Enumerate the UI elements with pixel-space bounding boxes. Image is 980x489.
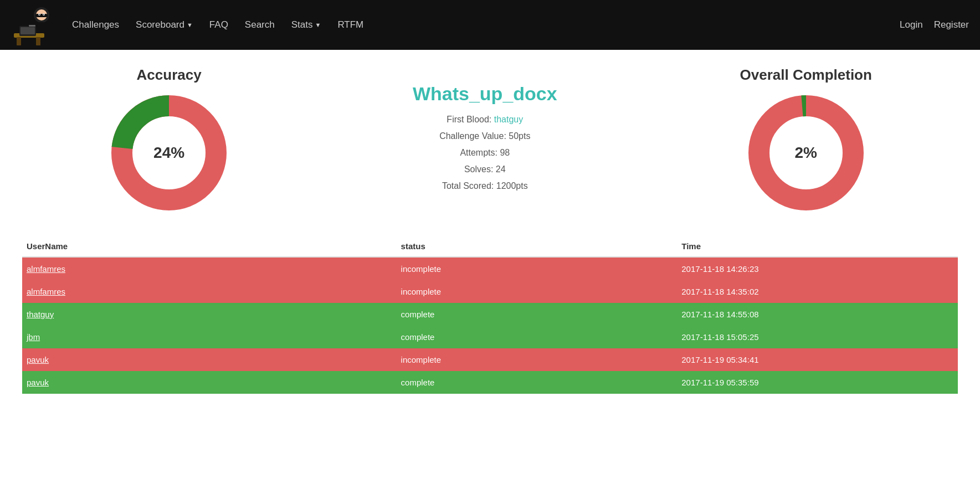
attempts-value: 98 xyxy=(500,148,510,157)
overall-donut-wrapper: 2% xyxy=(745,92,867,214)
svg-rect-7 xyxy=(35,14,48,17)
table-cell-status: incomplete xyxy=(397,257,678,280)
total-scored-line: Total Scored: 1200pts xyxy=(402,181,568,191)
table-row: pavukincomplete2017-11-19 05:34:41 xyxy=(22,348,958,371)
challenge-value-line: Challenge Value: 50pts xyxy=(402,131,568,141)
accuracy-chart: Accuracy 24% xyxy=(108,66,230,214)
username-link[interactable]: thatguy xyxy=(27,310,54,319)
table-cell-username: almfamres xyxy=(22,280,397,303)
solves-label: Solves: xyxy=(464,164,493,174)
nav-links: Challenges Scoreboard ▼ FAQ Search Stats… xyxy=(72,19,900,30)
table-header-row: UserName status Time xyxy=(22,236,958,257)
username-link[interactable]: pavuk xyxy=(27,355,49,364)
overall-percentage: 2% xyxy=(794,144,817,162)
th-status: status xyxy=(397,236,678,257)
svg-rect-1 xyxy=(17,37,21,45)
table-row: almfamresincomplete2017-11-18 14:26:23 xyxy=(22,257,958,280)
nav-stats[interactable]: Stats ▼ xyxy=(291,19,321,30)
svg-rect-14 xyxy=(29,25,35,27)
table-cell-time: 2017-11-18 14:26:23 xyxy=(677,257,958,280)
challenge-title: Whats_up_docx xyxy=(402,83,568,105)
table-cell-username: pavuk xyxy=(22,371,397,394)
stats-row: Accuracy 24% Whats_up_docx First Blood: … xyxy=(22,66,958,214)
username-link[interactable]: pavuk xyxy=(27,378,49,387)
svg-point-10 xyxy=(39,14,40,15)
nav-scoreboard[interactable]: Scoreboard ▼ xyxy=(136,19,193,30)
table-cell-status: complete xyxy=(397,303,678,326)
overall-chart: Overall Completion 2% xyxy=(740,66,872,214)
nav-challenges[interactable]: Challenges xyxy=(72,19,119,30)
challenge-info: Whats_up_docx First Blood: thatguy Chall… xyxy=(402,83,568,198)
nav-right: Login Register xyxy=(900,19,969,30)
svg-rect-4 xyxy=(20,27,35,34)
solves-line: Solves: 24 xyxy=(402,164,568,174)
table-cell-status: incomplete xyxy=(397,348,678,371)
table-cell-username: jbm xyxy=(22,326,397,348)
nav-register[interactable]: Register xyxy=(934,19,969,30)
solves-value: 24 xyxy=(496,164,506,174)
attempts-line: Attempts: 98 xyxy=(402,148,568,158)
table-cell-time: 2017-11-18 14:55:08 xyxy=(677,303,958,326)
username-link[interactable]: almfamres xyxy=(27,264,65,274)
table-cell-time: 2017-11-18 14:35:02 xyxy=(677,280,958,303)
table-cell-username: pavuk xyxy=(22,348,397,371)
attempts-label: Attempts: xyxy=(460,148,497,157)
scoreboard-caret-icon: ▼ xyxy=(187,22,193,28)
svg-point-11 xyxy=(43,14,44,15)
attempts-table: UserName status Time almfamresincomplete… xyxy=(22,236,958,394)
table-cell-username: thatguy xyxy=(22,303,397,326)
table-cell-status: incomplete xyxy=(397,280,678,303)
logo xyxy=(11,3,55,47)
first-blood-label: First Blood: xyxy=(447,115,491,124)
table-row: jbmcomplete2017-11-18 15:05:25 xyxy=(22,326,958,348)
stats-caret-icon: ▼ xyxy=(315,22,321,28)
svg-rect-12 xyxy=(37,22,47,32)
th-time: Time xyxy=(677,236,958,257)
overall-title: Overall Completion xyxy=(740,66,872,84)
accuracy-title: Accuracy xyxy=(137,66,202,84)
svg-rect-2 xyxy=(36,37,40,45)
table-row: thatguycomplete2017-11-18 14:55:08 xyxy=(22,303,958,326)
table-cell-time: 2017-11-19 05:34:41 xyxy=(677,348,958,371)
nav-search[interactable]: Search xyxy=(245,19,275,30)
table-row: pavukcomplete2017-11-19 05:35:59 xyxy=(22,371,958,394)
total-scored-value: 1200pts xyxy=(496,181,528,191)
challenge-value: 50pts xyxy=(509,131,530,141)
accuracy-percentage: 24% xyxy=(153,144,184,162)
first-blood-user[interactable]: thatguy xyxy=(494,115,523,124)
nav-faq[interactable]: FAQ xyxy=(209,19,228,30)
table-cell-status: complete xyxy=(397,371,678,394)
table-cell-username: almfamres xyxy=(22,257,397,280)
username-link[interactable]: almfamres xyxy=(27,287,65,296)
table-cell-time: 2017-11-19 05:35:59 xyxy=(677,371,958,394)
th-username: UserName xyxy=(22,236,397,257)
nav-login[interactable]: Login xyxy=(900,19,923,30)
nav-rtfm[interactable]: RTFM xyxy=(337,19,363,30)
first-blood-line: First Blood: thatguy xyxy=(402,115,568,125)
accuracy-donut-wrapper: 24% xyxy=(108,92,230,214)
challenge-value-label: Challenge Value: xyxy=(439,131,506,141)
ninja-logo-icon xyxy=(11,3,55,47)
table-cell-time: 2017-11-18 15:05:25 xyxy=(677,326,958,348)
table-cell-status: complete xyxy=(397,326,678,348)
total-scored-label: Total Scored: xyxy=(442,181,494,191)
username-link[interactable]: jbm xyxy=(27,332,40,342)
table-row: almfamresincomplete2017-11-18 14:35:02 xyxy=(22,280,958,303)
